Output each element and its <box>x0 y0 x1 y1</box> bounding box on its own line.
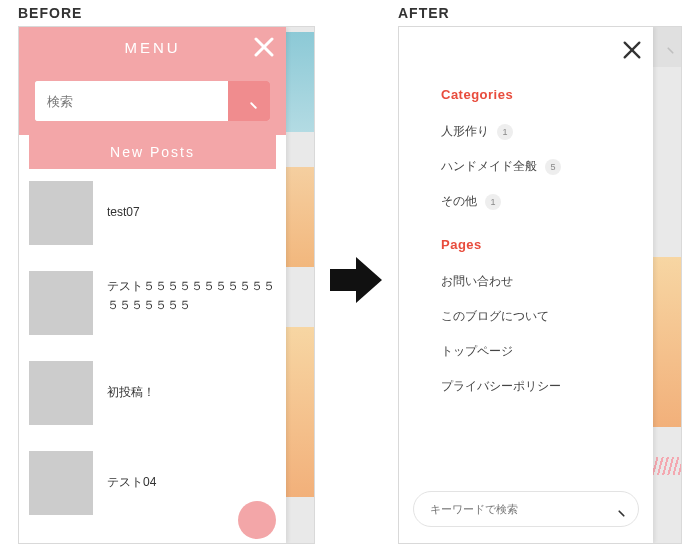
search-input[interactable] <box>35 81 228 121</box>
category-count: 1 <box>485 194 501 210</box>
close-icon[interactable] <box>621 39 643 61</box>
category-list: 人形作り 1 ハンドメイド全般 5 その他 1 <box>399 114 653 219</box>
page-label: プライバシーポリシー <box>441 378 561 395</box>
post-title: test07 <box>107 203 140 222</box>
before-label: BEFORE <box>18 5 82 21</box>
close-icon[interactable] <box>252 35 276 59</box>
search-pill <box>413 491 639 527</box>
category-count: 5 <box>545 159 561 175</box>
category-label: 人形作り <box>441 123 489 140</box>
search-button[interactable] <box>608 500 626 518</box>
svg-marker-0 <box>330 257 382 303</box>
post-list: test07 テスト５５５５５５５５５５５５５５５５５５ 初投稿！ テスト04 <box>19 181 286 543</box>
before-bg <box>284 27 314 543</box>
page-item[interactable]: お問い合わせ <box>399 264 653 299</box>
after-bg <box>651 27 681 543</box>
search-row <box>19 67 286 135</box>
post-thumb <box>29 361 93 425</box>
search-icon <box>657 37 675 55</box>
page-item[interactable]: プライバシーポリシー <box>399 369 653 404</box>
post-item[interactable]: test07 <box>29 181 276 245</box>
svg-line-10 <box>619 511 624 516</box>
page-label: トップページ <box>441 343 513 360</box>
after-drawer: Categories 人形作り 1 ハンドメイド全般 5 その他 1 Pages… <box>399 27 653 543</box>
categories-heading: Categories <box>441 87 653 102</box>
post-item[interactable]: テスト04 <box>29 451 276 515</box>
svg-line-6 <box>668 48 673 53</box>
page-label: このブログについて <box>441 308 549 325</box>
menu-title: MENU <box>124 39 180 56</box>
post-thumb <box>29 451 93 515</box>
post-thumb <box>29 181 93 245</box>
arrow-icon <box>330 255 382 305</box>
search-input[interactable] <box>430 503 608 515</box>
category-item[interactable]: ハンドメイド全般 5 <box>399 149 653 184</box>
post-thumb <box>29 271 93 335</box>
new-posts-heading: New Posts <box>29 135 276 169</box>
post-item[interactable]: テスト５５５５５５５５５５５５５５５５５５ <box>29 271 276 335</box>
page-label: お問い合わせ <box>441 273 513 290</box>
category-label: ハンドメイド全般 <box>441 158 537 175</box>
after-panel: Categories 人形作り 1 ハンドメイド全般 5 その他 1 Pages… <box>398 26 682 544</box>
scroll-top-button[interactable] <box>238 501 276 539</box>
category-item[interactable]: その他 1 <box>399 184 653 219</box>
page-item[interactable]: このブログについて <box>399 299 653 334</box>
search-button[interactable] <box>228 81 270 121</box>
page-list: お問い合わせ このブログについて トップページ プライバシーポリシー <box>399 264 653 404</box>
pages-heading: Pages <box>441 237 653 252</box>
post-title: テスト04 <box>107 473 156 492</box>
category-count: 1 <box>497 124 513 140</box>
category-item[interactable]: 人形作り 1 <box>399 114 653 149</box>
before-drawer: MENU New Posts test07 テスト５５５５５５５５５５５５５５５… <box>19 27 286 543</box>
before-panel: MENU New Posts test07 テスト５５５５５５５５５５５５５５５… <box>18 26 315 544</box>
post-item[interactable]: 初投稿！ <box>29 361 276 425</box>
menu-header: MENU <box>19 27 286 67</box>
post-title: 初投稿！ <box>107 383 155 402</box>
svg-line-4 <box>251 103 256 108</box>
page-item[interactable]: トップページ <box>399 334 653 369</box>
after-label: AFTER <box>398 5 450 21</box>
category-label: その他 <box>441 193 477 210</box>
